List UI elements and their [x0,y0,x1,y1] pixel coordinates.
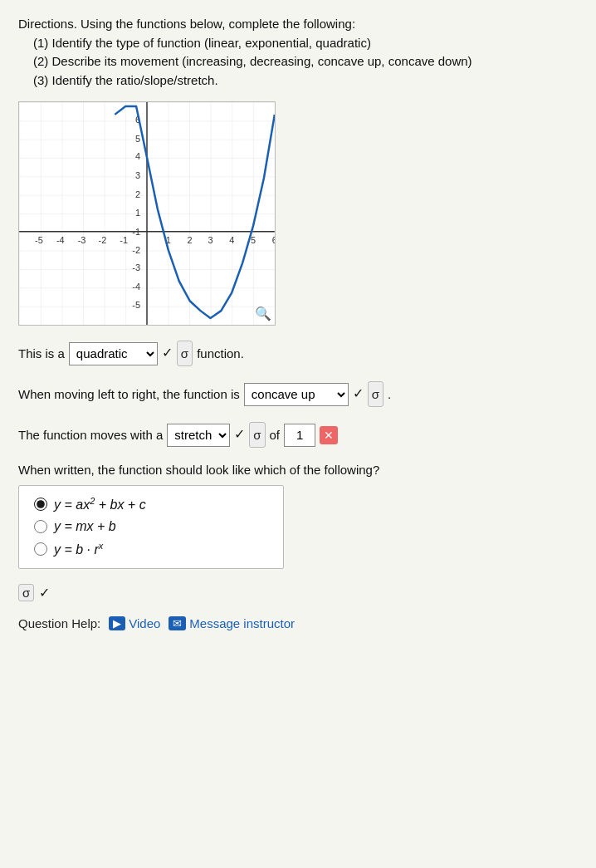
question1-row: This is a linear exponential quadratic ✓… [18,341,578,366]
svg-text:-5: -5 [35,235,43,245]
q3-sigma-icon[interactable]: σ [249,422,265,448]
graph-area: -5 -4 -3 -2 -1 1 2 3 4 5 6 -1 1 2 3 4 5 … [18,101,276,326]
q2-check-icon: ✓ [353,382,364,406]
message-help-link[interactable]: ✉ Message instructor [169,616,295,630]
q1-sigma-icon[interactable]: σ [177,341,193,366]
svg-text:2: 2 [135,189,140,199]
q1-select[interactable]: linear exponential quadratic [69,342,158,365]
q2-sigma-icon[interactable]: σ [368,381,383,407]
video-label: Video [129,616,160,630]
svg-text:-3: -3 [132,262,140,272]
directions-intro: Directions. Using the functions below, c… [18,15,578,34]
svg-text:6: 6 [272,235,275,245]
q1-check-icon: ✓ [162,341,173,365]
svg-text:-2: -2 [99,235,107,245]
svg-text:3: 3 [208,235,213,245]
magnify-icon[interactable]: 🔍 [255,306,271,321]
formula-option1-row: y = ax2 + bx + c [34,496,268,512]
svg-text:-4: -4 [56,235,65,245]
directions-block: Directions. Using the functions below, c… [18,15,578,90]
submit-check-icon: ✓ [39,585,50,601]
formula-option3-row: y = b · rx [34,541,268,557]
video-help-link[interactable]: ▶ Video [109,616,160,630]
formula-text2: y = mx + b [54,519,116,534]
directions-step2: (2) Describe its movement (increasing, d… [33,52,578,71]
q2-suffix: . [388,383,391,405]
svg-text:-2: -2 [132,245,140,255]
q3-middle: of [270,424,281,446]
formula-radio1[interactable] [34,498,47,511]
graph-svg: -5 -4 -3 -2 -1 1 2 3 4 5 6 -1 1 2 3 4 5 … [19,102,275,325]
svg-text:-3: -3 [78,235,86,245]
envelope-icon: ✉ [169,616,186,630]
svg-text:5: 5 [251,235,256,245]
question2-row: When moving left to right, the function … [18,381,578,407]
svg-text:5: 5 [135,134,140,144]
svg-text:1: 1 [135,208,140,218]
message-label: Message instructor [189,616,295,630]
formula-text3: y = b · rx [54,541,103,557]
video-icon: ▶ [109,616,125,630]
formula-option2-row: y = mx + b [34,519,268,534]
question4-label: When written, the function should look l… [18,463,578,477]
svg-text:-5: -5 [132,300,140,310]
q3-select[interactable]: ratio slope stretch [167,424,230,447]
question-help-row: Question Help: ▶ Video ✉ Message instruc… [18,616,578,630]
q2-select[interactable]: increasing decreasing concave up concave… [244,383,349,406]
q3-check-icon: ✓ [234,423,245,447]
svg-text:-4: -4 [132,282,140,292]
q3-clear-button[interactable]: ✕ [320,426,338,444]
svg-text:-1: -1 [120,235,128,245]
svg-text:-1: -1 [132,227,140,237]
svg-text:3: 3 [135,170,140,180]
q2-prefix: When moving left to right, the function … [18,383,240,405]
directions-step3: (3) Identify the ratio/slope/stretch. [33,71,578,91]
svg-text:2: 2 [188,235,193,245]
svg-text:4: 4 [229,235,234,245]
q3-input[interactable] [284,424,315,447]
formula-text1: y = ax2 + bx + c [54,496,146,512]
q3-prefix: The function moves with a [18,424,163,446]
formula-box: y = ax2 + bx + c y = mx + b y = b · rx [18,485,284,569]
submit-sigma-icon[interactable]: σ [18,584,34,601]
q4-label-text: When written, the function should look l… [18,463,379,477]
graph-container: -5 -4 -3 -2 -1 1 2 3 4 5 6 -1 1 2 3 4 5 … [18,101,578,326]
svg-text:4: 4 [135,151,140,161]
directions-step1: (1) Identify the type of function (linea… [33,34,578,53]
q1-prefix: This is a [18,342,65,365]
formula-radio2[interactable] [34,520,47,533]
submit-row: σ ✓ [18,584,578,601]
formula-radio3[interactable] [34,542,47,556]
q1-suffix: function. [197,342,244,365]
help-label: Question Help: [18,616,100,630]
question3-row: The function moves with a ratio slope st… [18,422,578,448]
